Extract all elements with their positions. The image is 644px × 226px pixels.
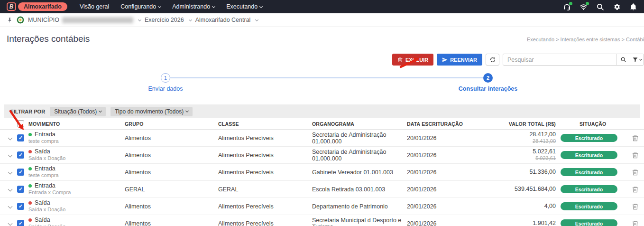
brand-b-icon: B [7, 2, 16, 11]
table-row: ✓ SaídaSaída x Doação Alimentos Alimento… [0, 198, 644, 215]
nav-item-administrando[interactable]: Administrando [172, 3, 215, 10]
send-icon [442, 57, 448, 63]
nav-item-visao-geral[interactable]: Visão geral [80, 3, 109, 10]
header-class[interactable]: CLASSE [218, 121, 312, 127]
delete-row-icon[interactable] [632, 134, 639, 142]
chevron-down-icon [189, 18, 192, 21]
app-logo[interactable]: B Almoxarifado [7, 2, 67, 11]
search-group [503, 54, 644, 66]
resend-button[interactable]: REENVIAR [437, 54, 482, 66]
step-1-circle[interactable]: 1 [161, 73, 170, 83]
page-title: Interações contábeis [7, 34, 90, 44]
table-header-row: MOVIMENTO GRUPO CLASSE ORGANOGRAMA DATA … [0, 118, 644, 130]
expand-row-icon[interactable] [8, 187, 13, 192]
row-checkbox[interactable]: ✓ [17, 151, 24, 159]
status-badge[interactable]: Escriturado [561, 185, 617, 193]
main-content: Interações contábeis Executando > Intera… [0, 27, 644, 226]
wizard-stepper: 1 2 Enviar dados Consultar interações [0, 69, 644, 99]
select-all-checkbox[interactable] [17, 120, 24, 127]
chevron-down-icon [185, 109, 189, 113]
entry-dot-icon [28, 167, 32, 170]
search-input[interactable] [503, 54, 616, 65]
online-status-dot [569, 2, 572, 5]
step-2-label[interactable]: Consultar interações [459, 85, 517, 92]
header-date[interactable]: DATA ESCRITURAÇÃO [407, 121, 486, 127]
pin-icon[interactable] [7, 17, 13, 23]
situation-filter-dropdown[interactable]: Situação (Todos) [50, 107, 106, 116]
row-checkbox[interactable]: ✓ [17, 186, 24, 193]
delete-row-icon[interactable] [632, 186, 639, 193]
row-checkbox[interactable]: ✓ [17, 220, 24, 226]
brand-label: Almoxarifado [18, 2, 67, 11]
support-headset-icon[interactable] [563, 3, 571, 11]
delete-row-icon[interactable] [632, 220, 639, 226]
step-2-circle[interactable]: 2 [483, 73, 493, 83]
filter-bar: FILTRAR POR Situação (Todos) Tipo do mov… [4, 104, 640, 118]
chevron-down-icon [138, 18, 141, 21]
exit-dot-icon [28, 150, 32, 153]
entity-name-redacted [62, 17, 133, 23]
row-checkbox[interactable]: ✓ [17, 134, 24, 141]
header-situation[interactable]: SITUAÇÃO [556, 121, 627, 127]
expand-row-icon[interactable] [8, 204, 13, 209]
table-row: ✓ Entradateste compra Alimentos Alimento… [0, 164, 644, 181]
expand-row-icon[interactable] [8, 221, 13, 226]
entry-dot-icon [28, 133, 32, 136]
search-icon[interactable] [596, 3, 604, 11]
refresh-icon [489, 56, 496, 63]
funnel-icon [632, 56, 638, 63]
nav-item-configurando[interactable]: Configurando [120, 3, 161, 10]
exercise-selector[interactable]: Exercício 2026 [145, 17, 192, 23]
header-movement[interactable]: MOVIMENTO [28, 121, 125, 127]
connection-wifi-icon[interactable] [580, 3, 588, 11]
filter-bar-label: FILTRAR POR [10, 109, 45, 114]
table-row: ✓ SaídaSaída x Doação Alimentos Alimento… [0, 147, 644, 164]
header-group[interactable]: GRUPO [125, 121, 218, 127]
notifications-bell-icon[interactable] [629, 3, 637, 11]
delete-row-icon[interactable] [632, 203, 639, 210]
interactions-table: MOVIMENTO GRUPO CLASSE ORGANOGRAMA DATA … [0, 118, 644, 226]
entity-selector[interactable]: MUNICÍPIO [28, 17, 141, 23]
actions-toolbar: EXCLUIR REENVIAR [0, 54, 644, 66]
chevron-down-icon [99, 109, 102, 113]
expand-row-icon[interactable] [8, 170, 13, 175]
row-checkbox[interactable]: ✓ [17, 169, 24, 176]
expand-row-icon[interactable] [8, 153, 13, 158]
status-badge[interactable]: Escriturado [561, 219, 617, 226]
movement-type-filter-dropdown[interactable]: Tipo do movimento (Todos) [110, 107, 193, 116]
online-status-dot [586, 2, 589, 5]
chevron-down-icon [255, 18, 258, 21]
delete-row-icon[interactable] [632, 169, 639, 176]
delete-row-icon[interactable] [632, 151, 639, 159]
header-organogram[interactable]: ORGANOGRAMA [312, 121, 407, 127]
expand-row-icon[interactable] [8, 136, 13, 141]
filter-button[interactable] [630, 54, 644, 66]
refresh-button[interactable] [486, 54, 499, 66]
status-badge[interactable]: Escriturado [561, 134, 617, 142]
table-row: ✓ EntradaEntrada x Compra GERAL GERAL Es… [0, 181, 644, 198]
entry-dot-icon [28, 184, 32, 188]
stepper-connector [166, 77, 488, 78]
status-badge[interactable]: Escriturado [561, 168, 617, 176]
header-value[interactable]: VALOR TOTAL (R$) [486, 121, 556, 127]
breadcrumb[interactable]: Executando > Interações entre sistemas >… [527, 37, 644, 42]
top-navbar: B Almoxarifado Visão geral Configurando … [0, 0, 644, 13]
delete-button[interactable]: EXCLUIR [392, 54, 433, 66]
exit-dot-icon [28, 218, 32, 222]
table-row: ✓ Entradateste compra Alimentos Alimento… [0, 130, 644, 147]
step-1-label[interactable]: Enviar dados [148, 85, 183, 92]
chevron-down-icon [259, 4, 263, 8]
search-icon [620, 56, 626, 63]
status-badge[interactable]: Escriturado [561, 151, 617, 159]
settings-gears-icon[interactable] [613, 3, 621, 11]
status-badge[interactable]: Escriturado [561, 202, 617, 210]
warehouse-selector[interactable]: Almoxarifado Central [195, 17, 258, 23]
exit-dot-icon [28, 201, 32, 205]
row-checkbox[interactable]: ✓ [17, 203, 24, 210]
search-submit-button[interactable] [616, 54, 630, 66]
chevron-down-icon [639, 58, 642, 61]
municipality-emblem-icon [17, 16, 24, 24]
context-bar: MUNICÍPIO Exercício 2026 Almoxarifado Ce… [0, 13, 644, 27]
chevron-down-icon [158, 4, 161, 8]
nav-item-executando[interactable]: Executando [226, 3, 262, 10]
